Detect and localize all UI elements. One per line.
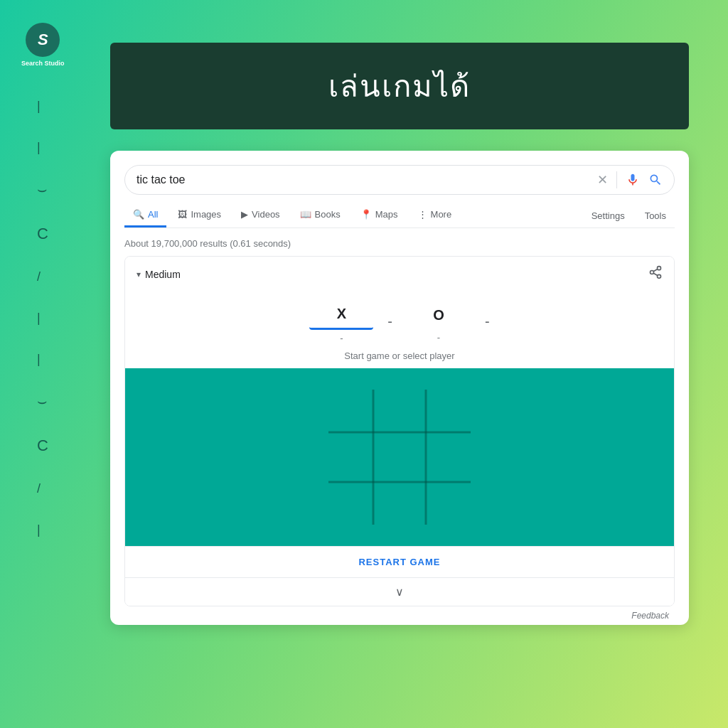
board-grid-svg xyxy=(321,382,478,532)
tab-images[interactable]: 🖼 Images xyxy=(169,203,230,228)
videos-icon: ▶ xyxy=(241,209,248,220)
tab-videos-label: Videos xyxy=(252,209,280,220)
divider xyxy=(616,171,617,188)
sidebar-mark-6: | xyxy=(37,311,48,324)
collapse-button[interactable]: ∨ xyxy=(125,577,674,606)
sidebar-mark-3: ⌣ xyxy=(37,182,48,198)
svg-point-2 xyxy=(658,274,661,278)
tab-all-label: All xyxy=(148,209,158,220)
tab-more-label: More xyxy=(431,209,452,220)
settings-tab[interactable]: Settings xyxy=(583,205,633,227)
search-icon[interactable] xyxy=(648,173,663,187)
tab-all[interactable]: 🔍 All xyxy=(124,203,166,228)
svg-line-3 xyxy=(653,273,658,275)
chevron-down-collapse-icon: ∨ xyxy=(395,585,404,599)
sidebar-mark-11: | xyxy=(37,523,48,536)
difficulty-selector[interactable]: ▾ Medium xyxy=(136,269,181,280)
tab-maps-label: Maps xyxy=(375,209,398,220)
sidebar-mark-7: | xyxy=(37,353,48,365)
header-banner: เล่นเกมได้ xyxy=(110,43,689,129)
logo-text: Search Studio xyxy=(21,60,65,67)
sidebar-mark-5: / xyxy=(37,270,48,283)
start-game-text: Start game or select player xyxy=(125,348,674,368)
search-query-text: tic tac toe xyxy=(136,173,590,186)
nav-tabs: 🔍 All 🖼 Images ▶ Videos 📖 Books 📍 Maps ⋮ xyxy=(124,203,675,228)
player-x-label: X xyxy=(309,300,373,330)
sidebar-mark-8: ⌣ xyxy=(37,394,48,410)
tools-label: Tools xyxy=(645,210,666,221)
player-x-score: - xyxy=(340,333,343,343)
clear-icon[interactable]: ✕ xyxy=(597,172,608,188)
tools-tab[interactable]: Tools xyxy=(636,205,675,227)
tab-maps[interactable]: 📍 Maps xyxy=(352,203,407,228)
mic-icon[interactable] xyxy=(626,173,640,187)
maps-icon: 📍 xyxy=(360,209,372,220)
sidebar-decorations: | | ⌣ C / | | ⌣ C / | xyxy=(37,100,48,536)
difficulty-label: Medium xyxy=(145,269,181,280)
header-title: เล่นเกมได้ xyxy=(124,63,675,109)
player-o-label: O xyxy=(407,301,471,329)
settings-label: Settings xyxy=(592,210,625,221)
restart-game-button[interactable]: RESTART GAME xyxy=(125,546,674,577)
tab-videos[interactable]: ▶ Videos xyxy=(232,203,289,228)
books-icon: 📖 xyxy=(300,209,311,220)
search-bar[interactable]: tic tac toe ✕ xyxy=(124,165,675,195)
search-icons: ✕ xyxy=(597,171,663,188)
more-dots-icon: ⋮ xyxy=(418,209,427,220)
all-icon: 🔍 xyxy=(133,209,144,220)
sidebar-mark-1: | xyxy=(37,100,48,112)
share-icon[interactable] xyxy=(648,265,663,283)
player-x-button[interactable]: X - xyxy=(309,300,373,343)
game-widget: ▾ Medium X - - xyxy=(124,256,675,606)
tab-more[interactable]: ⋮ More xyxy=(410,203,461,228)
player-separator-2: - xyxy=(485,314,490,330)
player-separator: - xyxy=(387,314,392,330)
tab-books[interactable]: 📖 Books xyxy=(291,203,349,228)
main-content: เล่นเกมได้ tic tac toe ✕ xyxy=(110,43,689,685)
sidebar-mark-10: / xyxy=(37,482,48,495)
sidebar-mark-9: C xyxy=(37,438,48,454)
game-header: ▾ Medium xyxy=(125,257,674,291)
results-count: About 19,700,000 results (0.61 seconds) xyxy=(124,234,675,256)
feedback-label[interactable]: Feedback xyxy=(631,611,669,621)
logo-symbol: S xyxy=(38,31,48,49)
player-selector: X - - O - - xyxy=(125,291,674,348)
logo-icon: S xyxy=(26,23,60,57)
chevron-down-icon: ▾ xyxy=(136,269,141,279)
svg-point-0 xyxy=(658,267,661,270)
nav-settings: Settings Tools xyxy=(583,205,675,227)
game-board[interactable] xyxy=(125,368,674,546)
logo-area: S Search Studio xyxy=(21,23,65,67)
sidebar-mark-4: C xyxy=(37,226,48,242)
search-card: tic tac toe ✕ 🔍 All xyxy=(110,151,689,625)
images-icon: 🖼 xyxy=(178,209,187,220)
player-o-button[interactable]: O - xyxy=(407,301,471,343)
feedback-row: Feedback xyxy=(124,606,675,625)
tab-books-label: Books xyxy=(315,209,341,220)
svg-point-1 xyxy=(651,271,654,274)
svg-line-4 xyxy=(653,269,658,271)
player-o-score: - xyxy=(437,332,440,343)
tab-images-label: Images xyxy=(191,209,221,220)
sidebar-mark-2: | xyxy=(37,141,48,154)
